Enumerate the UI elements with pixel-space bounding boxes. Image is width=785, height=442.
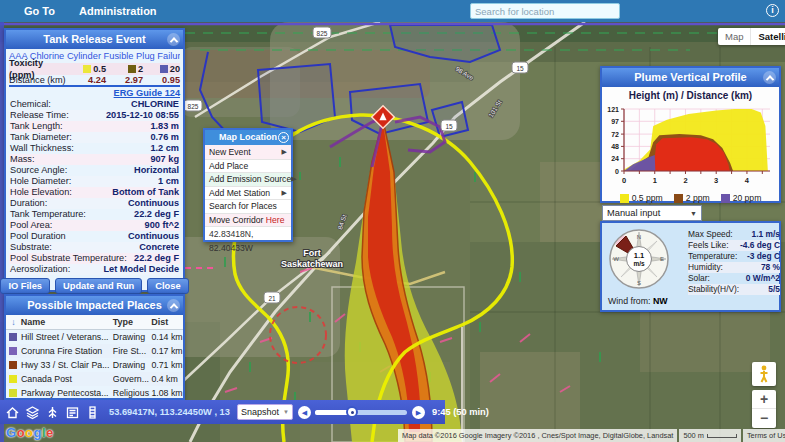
table-row[interactable]: Hwy 33 / St. Clair Pa...Drawing0.71 km <box>6 358 183 372</box>
table-row[interactable]: Hill Street / Veterans...Drawing0.14 km <box>6 330 183 344</box>
place-name: Hill Street / Veterans... <box>21 332 113 342</box>
column-type[interactable]: Type <box>113 315 152 329</box>
search-input[interactable] <box>470 3 620 19</box>
update-and-run-button[interactable]: Update and Run <box>55 278 142 294</box>
field-label: Hole Diameter: <box>10 176 71 187</box>
field-row: Release Time:2015-12-10 08:55 <box>9 110 180 121</box>
svg-text:24: 24 <box>611 155 619 162</box>
step-forward-button[interactable]: ▶ <box>412 406 425 419</box>
place-name: Corunna Fire Station <box>21 346 113 356</box>
field-value: 1.83 m <box>150 121 179 132</box>
collapse-chevron-icon[interactable] <box>167 33 180 46</box>
popup-menu-item[interactable]: Move Corridor Here <box>205 213 291 227</box>
menu-item-label: Move Corridor Here <box>209 215 284 225</box>
field-label: Hole Elevation: <box>10 187 72 198</box>
panel-title: Tank Release Event <box>43 33 146 45</box>
field-value: 907 kg <box>150 154 179 165</box>
place-name: Hwy 33 / St. Clair Pa... <box>21 360 113 370</box>
menu-go-to[interactable]: Go To <box>24 5 55 17</box>
field-row: Hole Elevation:Bottom of Tank <box>9 187 180 198</box>
popup-menu-item[interactable]: Add Met Station▶ <box>205 186 291 200</box>
report-icon[interactable] <box>65 405 80 420</box>
collapse-chevron-icon[interactable] <box>763 71 776 84</box>
table-row[interactable]: Corunna Fire StationFire St...0.17 km <box>6 344 183 358</box>
field-row: Duration:Continuous <box>9 198 180 209</box>
table-row[interactable]: Parkway Pentecosta...Religious1.08 km <box>6 386 183 400</box>
weather-label: Stability(H/V): <box>688 284 739 295</box>
io-files-button[interactable]: IO Files <box>0 278 50 294</box>
field-row: Substrate:Concrete <box>9 242 180 253</box>
menu-administration[interactable]: Administration <box>79 5 157 17</box>
erg-row: ERG Guide 124 <box>9 87 180 99</box>
erg-guide-link[interactable]: ERG Guide 124 <box>114 88 180 98</box>
satellite-view-button[interactable]: Satellite <box>751 28 785 45</box>
field-value: Let Model Decide <box>103 264 179 275</box>
field-row: Tank Temperature:22.2 deg F <box>9 209 180 220</box>
map-view-button[interactable]: Map <box>718 28 751 45</box>
column-name[interactable]: Name <box>21 315 113 329</box>
svg-text:4: 4 <box>745 176 750 185</box>
collapse-chevron-icon[interactable] <box>167 299 180 312</box>
snapshot-select[interactable]: Snapshot ▼ <box>237 404 293 420</box>
place-type: Govern... <box>113 374 152 384</box>
svg-text:0: 0 <box>615 168 619 175</box>
cursor-coordinates: 53.69417N, 113.24450W , 13 <box>109 407 230 417</box>
terms-of-use-link[interactable]: Terms of Use <box>743 429 785 442</box>
sort-icon[interactable]: ↓ <box>6 315 21 329</box>
weather-label: Temperature: <box>688 251 737 262</box>
table-row[interactable]: Canada PostGovern...0.4 km <box>6 372 183 386</box>
menu-item-label: New Event <box>209 147 251 157</box>
column-dist[interactable]: Dist <box>151 315 183 329</box>
weather-panel: N E S W 1.1 m/s Wind from: NW Max Speed:… <box>600 221 781 312</box>
distance-value: 2.97 <box>125 74 143 86</box>
place-distance: 0.17 km <box>151 346 183 356</box>
gauge-icon[interactable] <box>85 405 100 420</box>
step-back-button[interactable]: ◀ <box>298 406 311 419</box>
field-value: 0.76 m <box>150 132 179 143</box>
weather-value: -3 deg C <box>747 251 780 262</box>
popup-menu-item[interactable]: Add Emission Source▶ <box>205 172 291 186</box>
close-button[interactable]: Close <box>147 278 188 294</box>
home-icon[interactable] <box>5 405 20 420</box>
svg-text:Saskatchewan: Saskatchewan <box>281 259 343 269</box>
field-row: Aerosolization:Let Model Decide <box>9 264 180 275</box>
field-label: Release Time: <box>10 110 69 121</box>
field-row: Pool DurationContinuous <box>9 231 180 242</box>
time-slider[interactable] <box>315 410 407 415</box>
place-color-swatch <box>9 389 17 397</box>
impacted-table-body: Hill Street / Veterans...Drawing0.14 kmC… <box>6 330 183 400</box>
svg-text:48: 48 <box>611 143 619 150</box>
chevron-down-icon: ▼ <box>690 210 697 217</box>
info-icon[interactable]: i <box>766 4 779 17</box>
field-label: Wall Thickness: <box>10 143 74 154</box>
field-label: Substrate: <box>10 242 52 253</box>
distance-value-col: 0.95 <box>143 74 180 86</box>
weather-readings-list: Max Speed:1.1 m/sFeels Like:-4.6 deg CTe… <box>688 229 780 295</box>
zoom-in-button[interactable]: + <box>752 390 776 409</box>
pegman-control[interactable] <box>752 362 776 386</box>
svg-text:3: 3 <box>714 176 718 185</box>
plume-vertical-profile-panel: Plume Vertical Profile Height (m) / Dist… <box>600 66 781 203</box>
tree-icon[interactable] <box>45 405 60 420</box>
popup-coordinates: 42.83418N, 82.40433W <box>205 226 291 240</box>
svg-text:0: 0 <box>622 176 626 185</box>
time-slider-handle[interactable] <box>346 406 358 418</box>
distance-label: Distance (km) <box>9 74 69 86</box>
close-icon[interactable]: × <box>278 132 289 143</box>
popup-menu-item[interactable]: New Event▶ <box>205 145 291 159</box>
weather-source-select[interactable]: Manual input ▼ <box>602 205 702 221</box>
zoom-out-button[interactable]: − <box>752 409 776 428</box>
popup-menu: New Event▶Add PlaceAdd Emission Source▶A… <box>205 145 291 226</box>
field-value: Horizontal <box>134 165 179 176</box>
popup-menu-item[interactable]: Add Place <box>205 159 291 173</box>
layers-icon[interactable] <box>25 405 40 420</box>
place-type: Religious <box>113 388 152 398</box>
weather-value: -4.6 deg C <box>740 240 780 251</box>
popup-menu-item[interactable]: Search for Places <box>205 199 291 213</box>
weather-row: Feels Like:-4.6 deg C <box>688 240 780 251</box>
time-label: 9:45 (50 min) <box>432 407 489 417</box>
menu-item-label: Add Place <box>209 161 248 171</box>
menu-item-label: Search for Places <box>209 201 277 211</box>
legend-label: 2 ppm <box>686 193 710 203</box>
panel-header: Plume Vertical Profile <box>602 68 779 87</box>
